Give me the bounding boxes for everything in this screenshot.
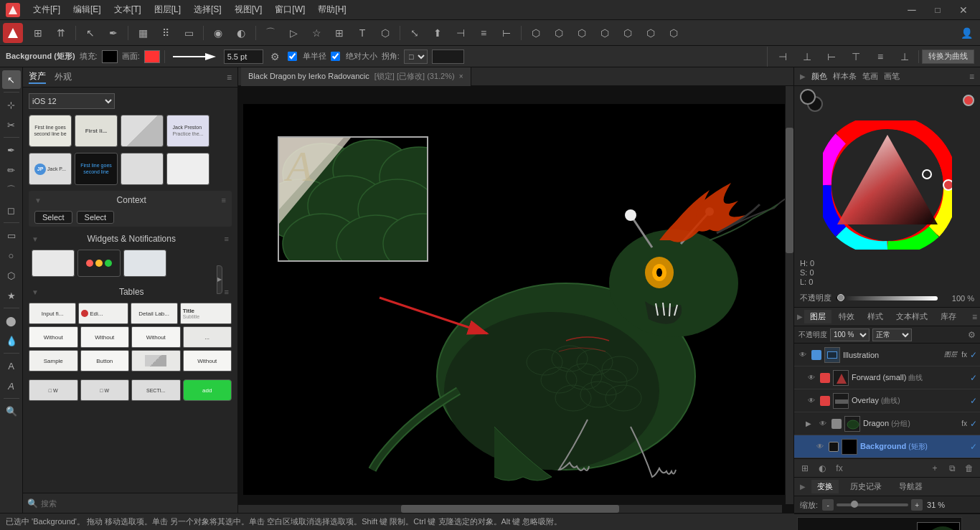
toolbar-more1[interactable]: ⬡: [525, 23, 547, 43]
layers-duplicate-btn[interactable]: ⧉: [944, 460, 960, 476]
asset-item-6[interactable]: First line goessecond line: [75, 153, 118, 185]
ios-version-select[interactable]: iOS 12: [29, 93, 115, 109]
stroke-settings-btn[interactable]: ⚙: [268, 49, 283, 65]
toolbar-user[interactable]: 👤: [956, 23, 977, 43]
layer-fx-dragon[interactable]: fx: [961, 420, 967, 427]
toolbar-align-left[interactable]: ⊣: [450, 23, 471, 43]
context-options[interactable]: ≡: [222, 196, 226, 204]
layer-fx-illustration[interactable]: fx: [961, 351, 967, 359]
fill-swatch[interactable]: [102, 50, 118, 63]
zoom-out-btn[interactable]: -: [822, 499, 834, 511]
toolbar-table[interactable]: ⊞: [329, 23, 350, 43]
menu-text[interactable]: 文本[T]: [108, 2, 147, 17]
transform-collapse[interactable]: ▶: [800, 483, 806, 491]
widgets-collapse[interactable]: ▼: [32, 235, 39, 243]
layer-vis-forward[interactable]: 👁: [806, 372, 817, 384]
toolbar-dots[interactable]: ⠿: [155, 23, 176, 43]
tab-layers[interactable]: 图层: [804, 310, 831, 323]
toolbar-export[interactable]: ⬆: [427, 23, 448, 43]
toolbar-align-center[interactable]: ≡: [473, 23, 494, 43]
shape-w-2[interactable]: □ W: [80, 379, 130, 401]
shape-w-1[interactable]: □ W: [29, 379, 78, 401]
asset-item-4[interactable]: Jack PrestonPractice the...: [166, 115, 209, 147]
toolbar-more5[interactable]: ⬡: [617, 23, 639, 43]
toolbar-gradient[interactable]: ◐: [230, 23, 252, 43]
toolbar-more7[interactable]: ⬡: [663, 23, 684, 43]
tool-pencil[interactable]: ✏: [2, 161, 21, 179]
tab-navigator[interactable]: 导航器: [893, 480, 928, 493]
tables-collapse[interactable]: ▼: [32, 288, 39, 296]
align-bottom-btn[interactable]: ⊥: [894, 47, 915, 67]
swatches-tab[interactable]: 样本条: [833, 71, 857, 82]
canvas-viewport[interactable]: A: [238, 86, 793, 513]
layers-delete-btn[interactable]: 🗑: [961, 460, 977, 476]
color-panel-options[interactable]: ≡: [969, 72, 974, 82]
table-cell-without-3[interactable]: Without: [131, 326, 181, 348]
table-cell-detail[interactable]: Detail Lab...: [131, 303, 178, 324]
toolbar-move[interactable]: ↖: [80, 23, 101, 43]
table-cell-button[interactable]: Button: [80, 350, 130, 372]
toolbar-more6[interactable]: ⬡: [640, 23, 661, 43]
layers-fx-icon[interactable]: fx: [831, 460, 847, 476]
layers-options-btn[interactable]: ≡: [972, 312, 977, 322]
align-left-btn[interactable]: ⊣: [772, 47, 793, 67]
nav-thumb[interactable]: 瑞客论坛www.ruika.com: [797, 517, 962, 530]
layer-check-dragon[interactable]: ✓: [970, 419, 977, 429]
menu-edit[interactable]: 编辑[E]: [67, 2, 107, 17]
table-cell-without-1[interactable]: Without: [29, 326, 78, 348]
layers-mode-select[interactable]: 正常: [872, 328, 912, 341]
layer-vis-background[interactable]: 👁: [814, 441, 826, 453]
zoom-in-btn[interactable]: +: [911, 499, 923, 511]
tool-node[interactable]: ⊹: [2, 95, 21, 114]
corner-value-input[interactable]: 0 %: [432, 49, 464, 64]
menu-help[interactable]: 帮助[H]: [312, 2, 352, 17]
minimize-button[interactable]: ─: [901, 0, 923, 20]
tab-assets[interactable]: 资产: [29, 70, 46, 84]
align-right-btn[interactable]: ⊢: [821, 47, 842, 67]
panel-collapse-handle[interactable]: ▶: [217, 265, 222, 294]
toolbar-star[interactable]: ☆: [306, 23, 327, 43]
stroke-width-input[interactable]: [224, 49, 263, 64]
panel-options-btn[interactable]: ≡: [227, 72, 232, 82]
tool-frame-text[interactable]: A: [2, 377, 21, 395]
tool-pen[interactable]: ✒: [2, 141, 21, 159]
toolbar-crop[interactable]: ⤡: [404, 23, 425, 43]
canvas-tab-close[interactable]: ×: [459, 72, 463, 80]
align-top-btn[interactable]: ⊤: [845, 47, 867, 67]
toolbar-triangle[interactable]: ▷: [283, 23, 304, 43]
toolbar-img[interactable]: ⬡: [374, 23, 396, 43]
widget-item-1[interactable]: [32, 250, 75, 277]
dragon-canvas[interactable]: A: [243, 104, 788, 495]
tab-text-style[interactable]: 文本样式: [890, 310, 933, 323]
layer-check-overlay[interactable]: ✓: [970, 396, 977, 406]
tool-crop[interactable]: ✂: [2, 115, 21, 134]
layer-overlay[interactable]: 👁 Overlay (曲线) ✓: [794, 389, 980, 412]
tool-star[interactable]: ★: [2, 286, 21, 305]
layers-type-icon[interactable]: ⊞: [797, 460, 813, 476]
toolbar-distribute[interactable]: ⊢: [496, 23, 517, 43]
toolbar-rect[interactable]: ▭: [178, 23, 199, 43]
align-center-btn[interactable]: ⊥: [796, 47, 818, 67]
toolbar-text[interactable]: T: [352, 23, 373, 43]
toolbar-grid[interactable]: ⊞: [27, 23, 49, 43]
toolbar-share[interactable]: ⇈: [50, 23, 72, 43]
align-middle-btn[interactable]: ≡: [870, 47, 891, 67]
fg-bg-colors[interactable]: [800, 89, 823, 112]
stroke-tab[interactable]: 笔画: [862, 71, 878, 82]
tab-transform[interactable]: 变换: [811, 480, 839, 493]
table-cell-input[interactable]: Input fi...: [29, 303, 76, 324]
layers-add-btn[interactable]: +: [927, 460, 943, 476]
asset-item-8[interactable]: [166, 153, 209, 185]
menu-file[interactable]: 文件[F]: [27, 2, 66, 17]
layer-vis-illustration[interactable]: 👁: [797, 349, 809, 361]
toolbar-more3[interactable]: ⬡: [571, 23, 593, 43]
context-select-btn-1[interactable]: Select: [34, 211, 72, 224]
close-button[interactable]: ✕: [953, 0, 974, 20]
table-cell-sample[interactable]: Sample: [29, 350, 78, 372]
tool-eyedrop[interactable]: 💧: [2, 331, 21, 350]
layers-settings-icon[interactable]: ⚙: [968, 330, 976, 340]
layer-illustration[interactable]: 👁 Illustration 图层 fx ✓: [794, 344, 980, 366]
layer-check-forward[interactable]: ✓: [970, 373, 977, 383]
table-cell-shape[interactable]: [131, 350, 181, 372]
layer-vis-overlay[interactable]: 👁: [806, 395, 817, 407]
